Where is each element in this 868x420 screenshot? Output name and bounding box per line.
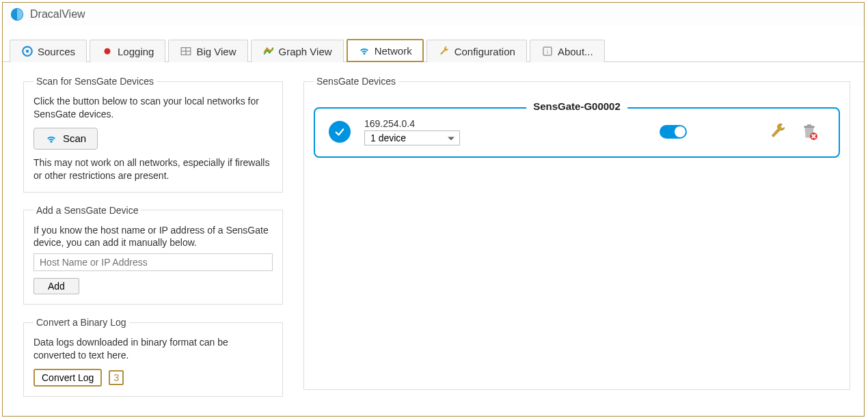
add-button[interactable]: Add <box>33 278 79 294</box>
tab-logging[interactable]: Logging <box>90 40 165 62</box>
device-enable-toggle[interactable] <box>660 125 687 139</box>
chart-icon <box>262 45 275 57</box>
scan-button[interactable]: Scan <box>33 128 98 150</box>
tab-label: Network <box>375 45 412 57</box>
device-settings-button[interactable] <box>769 123 787 141</box>
tab-label: Graph View <box>279 46 332 57</box>
device-count-select[interactable]: 1 device <box>364 130 460 145</box>
scan-button-label: Scan <box>63 132 86 144</box>
grid-icon <box>180 45 192 57</box>
scan-group: Scan for SensGate Devices Click the butt… <box>23 76 283 193</box>
tab-bar: Sources Logging Big View Graph View Netw… <box>3 38 864 62</box>
tab-label: Configuration <box>455 46 515 57</box>
device-card: SensGate-G00002 169.254.0.4 1 device <box>314 107 840 158</box>
status-ok-icon <box>329 121 351 143</box>
device-title: SensGate-G00002 <box>526 100 627 112</box>
add-legend: Add a SensGate Device <box>33 205 141 216</box>
tab-label: About... <box>558 46 593 57</box>
svg-point-10 <box>51 141 53 143</box>
window-title: DracalView <box>30 8 85 20</box>
svg-point-7 <box>363 53 365 55</box>
info-icon: i <box>541 45 554 57</box>
app-logo-icon <box>10 7 25 22</box>
add-group: Add a SensGate Device If you know the ho… <box>23 205 283 305</box>
devices-group: SensGate Devices SensGate-G00002 169.254… <box>303 76 850 390</box>
add-desc: If you know the host name or IP address … <box>33 224 273 250</box>
device-ip: 169.254.0.4 <box>364 118 460 129</box>
svg-point-3 <box>105 48 111 55</box>
tab-sources[interactable]: Sources <box>10 40 87 62</box>
gear-icon <box>21 45 33 57</box>
convert-button-label: Convert Log <box>42 372 94 383</box>
convert-log-button[interactable]: Convert Log <box>33 369 102 387</box>
device-delete-button[interactable] <box>800 123 818 141</box>
convert-legend: Convert a Binary Log <box>33 317 129 328</box>
svg-point-2 <box>26 50 29 53</box>
devices-legend: SensGate Devices <box>314 76 398 87</box>
svg-text:i: i <box>547 48 548 55</box>
scan-desc2: This may not work on all networks, espec… <box>33 156 273 182</box>
scan-desc: Click the button below to scan your loca… <box>33 95 273 121</box>
svg-rect-12 <box>807 124 812 126</box>
tab-about[interactable]: i About... <box>530 40 605 62</box>
tab-label: Big View <box>196 46 236 57</box>
tab-label: Sources <box>38 46 75 57</box>
tab-graphview[interactable]: Graph View <box>251 40 344 62</box>
scan-legend: Scan for SensGate Devices <box>33 76 157 87</box>
annotation-number: 3 <box>109 370 124 385</box>
convert-group: Convert a Binary Log Data logs downloade… <box>23 317 283 397</box>
host-input[interactable] <box>33 253 273 271</box>
tab-configuration[interactable]: Configuration <box>426 40 527 62</box>
svg-rect-11 <box>804 126 814 128</box>
wrench-icon <box>438 45 450 57</box>
convert-desc: Data logs downloaded in binary format ca… <box>33 336 273 362</box>
titlebar: DracalView <box>3 3 864 26</box>
tab-label: Logging <box>118 46 154 57</box>
add-button-label: Add <box>48 281 65 292</box>
record-icon <box>101 45 113 57</box>
wifi-icon <box>45 132 57 145</box>
tab-network[interactable]: Network <box>347 39 424 62</box>
tab-bigview[interactable]: Big View <box>168 40 247 62</box>
wifi-icon <box>358 44 370 57</box>
